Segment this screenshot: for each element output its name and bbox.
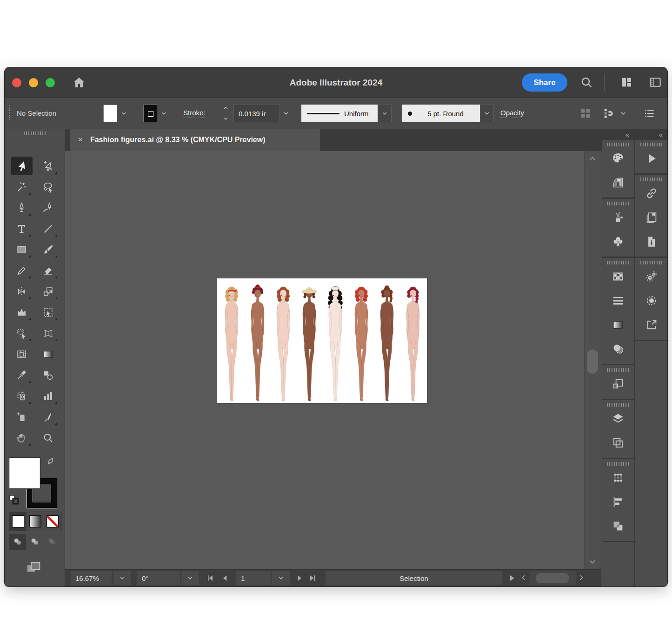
scale-tool[interactable] — [38, 282, 59, 301]
stroke-label[interactable]: Stroke: — [183, 109, 206, 118]
magic-wand-tool[interactable] — [11, 178, 33, 196]
chevron-up-icon[interactable] — [223, 105, 229, 111]
draw-normal-button[interactable] — [9, 534, 26, 550]
eyedropper-tool[interactable] — [11, 366, 33, 384]
scroll-left-icon[interactable] — [520, 574, 527, 581]
column-graph-tool[interactable] — [38, 387, 59, 405]
panel-export-button[interactable] — [635, 313, 667, 337]
next-artboard-icon[interactable] — [295, 573, 304, 583]
color-button[interactable] — [9, 512, 27, 531]
panel-pathfinder-button[interactable] — [602, 514, 634, 538]
last-artboard-icon[interactable] — [308, 573, 317, 583]
panel-color-guide-button[interactable] — [602, 171, 634, 195]
panel-drag-handle[interactable] — [607, 261, 629, 264]
type-tool[interactable] — [11, 219, 33, 238]
chevron-down-icon[interactable] — [381, 110, 388, 117]
tab-close-icon[interactable]: × — [78, 135, 83, 145]
panel-color-button[interactable] — [602, 146, 634, 171]
blend-tool[interactable] — [38, 366, 59, 384]
vertical-scrollbar-thumb[interactable] — [587, 349, 598, 374]
panel-actions-button[interactable] — [635, 146, 667, 171]
workspace-switcher-icon[interactable] — [619, 75, 633, 89]
toolbar-drag-handle[interactable] — [24, 132, 46, 135]
panel-stroke-button[interactable] — [602, 289, 634, 313]
panel-drag-handle[interactable] — [607, 202, 629, 205]
panel-collapse-button[interactable]: « — [659, 131, 663, 138]
panel-automation-button[interactable] — [635, 264, 667, 289]
stroke-weight-field[interactable]: 0.0139 ir — [233, 105, 280, 122]
scroll-up-icon[interactable] — [588, 154, 597, 163]
panel-drag-handle[interactable] — [607, 143, 629, 146]
perspective-grid-tool[interactable] — [38, 324, 59, 343]
pen-tool[interactable] — [11, 198, 33, 217]
chevron-down-icon[interactable] — [484, 110, 490, 117]
status-menu-arrow-icon[interactable] — [507, 573, 516, 583]
chevron-down-icon[interactable] — [223, 116, 229, 122]
draw-behind-button[interactable] — [26, 534, 43, 550]
panel-drag-handle[interactable] — [607, 462, 629, 466]
chevron-down-icon[interactable] — [120, 110, 127, 117]
selection-tool[interactable] — [11, 157, 33, 175]
fill-proxy-swatch[interactable] — [9, 458, 40, 488]
slice-tool[interactable] — [38, 408, 59, 426]
panel-toggle-icon[interactable] — [648, 75, 662, 89]
fill-color-control[interactable] — [103, 105, 130, 122]
width-tool[interactable] — [11, 303, 33, 322]
symbol-sprayer-tool[interactable] — [11, 387, 33, 405]
scroll-right-icon[interactable] — [578, 574, 585, 581]
panel-global-edit-button[interactable] — [635, 289, 667, 313]
first-artboard-icon[interactable] — [206, 573, 215, 583]
panel-transparency-button[interactable] — [602, 337, 634, 361]
panel-drag-handle[interactable] — [640, 261, 663, 264]
chevron-down-icon[interactable] — [160, 110, 167, 117]
panel-links-button[interactable] — [635, 181, 667, 205]
share-button[interactable]: Share — [522, 73, 567, 92]
change-screen-mode-icon[interactable] — [24, 560, 43, 576]
panel-libraries-button[interactable] — [635, 205, 667, 230]
stroke-profile-dropdown[interactable]: Uniform — [301, 105, 392, 122]
canvas[interactable] — [65, 151, 584, 569]
chevron-down-icon[interactable] — [283, 110, 289, 117]
zoom-level-field[interactable]: 16.67% — [71, 571, 112, 585]
snap-options-icon[interactable] — [602, 107, 615, 120]
mesh-tool[interactable] — [11, 345, 33, 363]
stroke-color-swatch[interactable] — [143, 105, 157, 122]
scroll-down-icon[interactable] — [588, 557, 597, 567]
panel-layers-button[interactable] — [602, 407, 634, 431]
panel-drag-handle[interactable] — [640, 143, 663, 146]
eraser-tool[interactable] — [38, 261, 59, 280]
panel-drag-handle[interactable] — [607, 403, 629, 407]
direct-selection-tool[interactable] — [38, 157, 59, 175]
chevron-down-icon[interactable] — [187, 575, 193, 581]
panel-appearance-button[interactable] — [602, 372, 634, 396]
panel-symbols-button[interactable] — [602, 230, 634, 254]
rotation-field[interactable]: 0° — [137, 571, 180, 585]
chevron-down-icon[interactable] — [119, 575, 126, 581]
panel-artboards-button[interactable] — [602, 431, 634, 455]
brush-definition-dropdown[interactable]: 5 pt. Round — [402, 105, 494, 122]
panel-gradient-panel-button[interactable] — [602, 313, 634, 337]
rotation-dropdown[interactable] — [181, 571, 199, 585]
control-bar-menu-icon[interactable] — [643, 107, 656, 120]
zoom-tool[interactable] — [38, 428, 59, 447]
paintbrush-tool[interactable] — [38, 240, 59, 259]
panel-document-info-button[interactable] — [635, 230, 667, 254]
reflect-tool[interactable] — [11, 282, 33, 301]
curvature-tool[interactable] — [38, 198, 59, 217]
none-button[interactable] — [44, 512, 61, 531]
panel-align-button[interactable] — [602, 490, 634, 514]
vertical-scrollbar[interactable] — [584, 151, 601, 569]
draw-inside-button[interactable] — [44, 534, 61, 550]
document-tab[interactable]: × Fashion figures.ai @ 8.33 % (CMYK/CPU … — [70, 129, 320, 151]
swap-fill-stroke-icon[interactable] — [46, 456, 56, 466]
search-icon[interactable] — [579, 75, 593, 89]
fill-color-swatch[interactable] — [103, 105, 117, 122]
lasso-tool[interactable] — [38, 178, 59, 196]
panel-swatches-button[interactable] — [602, 264, 634, 289]
panel-collapse-button[interactable]: « — [625, 131, 630, 138]
shape-builder-tool[interactable] — [11, 324, 33, 343]
stroke-weight-stepper[interactable] — [220, 105, 231, 122]
rectangle-tool[interactable] — [11, 240, 33, 259]
gradient-tool[interactable] — [38, 345, 59, 363]
zoom-dropdown[interactable] — [113, 571, 131, 585]
